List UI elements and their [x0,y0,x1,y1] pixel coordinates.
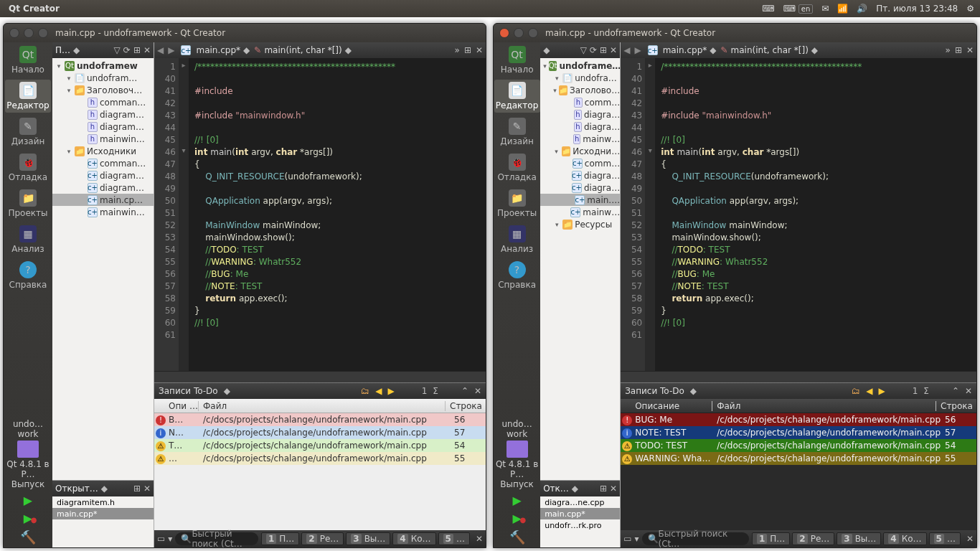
symbol-selector[interactable]: ✎main(int, char *[])◆ [721,45,819,55]
tree-item[interactable]: ▾📁Заголово… [540,84,620,96]
code-editor[interactable]: 1404142434445464748495051525354555657585… [621,58,976,371]
run-button[interactable]: ▶ [24,494,32,507]
open-docs-header[interactable]: Отк…◆ ⊞ ✕ [540,481,620,496]
tree-item[interactable]: c+main.… [540,194,620,206]
tree-item[interactable]: ▾📁Заголовоч… [52,84,154,96]
tree-item[interactable]: hdiagram… [52,108,154,121]
output-tab[interactable]: 1 П… [752,532,790,545]
output-tab[interactable]: 4 Ко… [883,532,926,545]
tree-item[interactable]: hmainwin… [52,133,154,145]
project-tree[interactable]: ▾Qtundoframew▾📄undofram…▾📁Заголовоч…hcom… [52,58,154,480]
tree-item[interactable]: c+main.cp… [52,194,154,206]
tree-item[interactable]: ▾📄undofram… [52,72,154,84]
split-icon[interactable]: ⊞ [600,484,607,494]
network-icon[interactable]: 📶 [837,4,848,14]
open-doc-item[interactable]: diagramitem.h [52,496,154,508]
nav-back-icon[interactable]: ◀ [623,45,630,55]
tree-item[interactable]: c+comman… [52,157,154,169]
output-tab[interactable]: 3 Вы… [346,532,390,545]
output-tab[interactable]: 3 Вы… [837,532,881,545]
tree-item[interactable]: hcomman… [52,96,154,108]
close-pane-icon[interactable]: ✕ [474,386,481,396]
mode-edit[interactable]: 📄Редактор [5,80,51,113]
col-file[interactable]: Файл [199,401,446,411]
sigma-icon[interactable]: Σ [923,386,929,396]
todo-row[interactable]: ⚠TODO: TEST/c/docs/projects/chalange/und… [621,439,976,452]
tree-item[interactable]: hdiagram… [52,121,154,133]
output-tab[interactable]: 1 П… [261,532,299,545]
minimize-pane-icon[interactable]: ⌃ [952,386,959,396]
tree-item[interactable]: hmainw… [540,133,620,145]
mode-debug[interactable]: 🐞Отладка [494,151,540,184]
mode-help[interactable]: ?Справка [5,259,51,292]
tree-item[interactable]: c+comm… [540,157,620,169]
run-button[interactable]: ▶ [512,494,521,507]
minimize-icon[interactable] [24,28,34,38]
filter-icon[interactable]: ▽ [114,45,121,55]
titlebar[interactable]: main.cpp - undoframework - Qt Creator [4,24,486,42]
open-doc-item[interactable]: undofr…rk.pro [540,519,620,531]
toggle-sidebar-icon[interactable]: ▭ [157,534,165,544]
output-tab[interactable]: 2 Ре… [301,532,344,545]
tree-item[interactable]: c+diagra… [540,182,620,194]
minimize-icon[interactable] [514,28,524,38]
target-selector[interactable]: undo…work Qt 4.8.1 в P… Выпуск [494,419,540,489]
build-hammer-icon[interactable]: 🔨 [509,529,525,545]
tree-item[interactable]: ▾📁Ресурсы [540,218,620,230]
project-tree[interactable]: ▾Qtundoframe…▾📄undofra…▾📁Заголово…hcomm…… [540,58,620,480]
split-editor-icon[interactable]: ⊞ [464,45,471,55]
open-doc-item[interactable]: main.cpp* [52,508,154,519]
tree-item[interactable]: hdiagra… [540,121,620,133]
open-docs-header[interactable]: Открыт…◆ ⊞ ✕ [52,481,154,496]
titlebar[interactable]: main.cpp - undoframework - Qt Creator [494,24,976,42]
mode-analyze[interactable]: ▦Анализ [5,223,51,256]
editor-h-scrollbar[interactable] [621,371,976,382]
sync-icon[interactable]: ⟳ [123,45,131,55]
col-description[interactable]: Опи … [154,401,199,411]
editor-h-scrollbar[interactable] [154,371,486,382]
nav-back-icon[interactable]: ◀ [157,45,164,55]
tray-icon[interactable]: ⌨ [762,4,774,14]
app-menu-title[interactable]: Qt Creator [9,4,60,14]
mode-design[interactable]: ✎Дизайн [494,116,540,149]
filter-scope-icon[interactable]: 🗂 [852,386,860,396]
close-pane-icon[interactable]: ✕ [610,484,617,494]
nav-fwd-icon[interactable]: ▶ [168,45,174,55]
project-pane-header[interactable]: П…◆ ▽ ⟳ ⊞ ✕ [52,42,154,58]
debug-run-button[interactable]: ▶● [512,512,521,525]
file-selector[interactable]: c+main.cpp*◆ [179,45,250,55]
split-editor-icon[interactable]: ⊞ [955,45,962,55]
settings-gear-icon[interactable]: ⚙ [966,4,974,14]
sound-icon[interactable]: 🔊 [857,4,867,14]
maximize-icon[interactable] [528,28,538,38]
tree-item[interactable]: ▾📁Исходники [52,145,154,157]
mode-design[interactable]: ✎Дизайн [5,116,51,149]
close-output-icon[interactable]: ✕ [966,534,974,544]
close-editor-icon[interactable]: ✕ [476,45,483,55]
close-pane-icon[interactable]: ✕ [610,45,617,55]
todo-row[interactable]: !B…/c/docs/projects/chalange/undoframewo… [154,413,486,426]
output-tab[interactable]: 4 Ко… [392,532,435,545]
tree-item[interactable]: c+diagra… [540,169,620,182]
tree-item[interactable]: ▾📁Исходни… [540,145,620,157]
col-file[interactable]: Файл [712,401,936,411]
project-pane-header[interactable]: ◆ ▽ ⟳ ⊞ ✕ [540,42,620,58]
mode-edit[interactable]: 📄Редактор [494,80,540,113]
filter-scope-icon[interactable]: 🗂 [361,386,369,396]
next-item-icon[interactable]: ▶ [387,386,394,396]
tree-item[interactable]: hdiagra… [540,108,620,121]
close-editor-icon[interactable]: ✕ [966,45,974,55]
mail-icon[interactable]: ✉ [821,4,829,14]
toggle-sidebar-icon[interactable]: ▭ [623,534,631,544]
tree-item[interactable]: hcomm… [540,96,620,108]
tree-item[interactable]: c+mainw… [540,206,620,218]
mode-help[interactable]: ?Справка [494,259,540,292]
tree-item[interactable]: ▾📄undofra… [540,72,620,84]
target-selector[interactable]: undo…work Qt 4.8.1 в P… Выпуск [4,419,52,489]
todo-row[interactable]: ⚠WARNING: What…/c/docs/projects/chalange… [621,452,976,465]
mode-welcome[interactable]: QtНачало [494,44,540,77]
debug-run-button[interactable]: ▶● [24,512,32,525]
todo-row[interactable]: iNOTE: TEST/c/docs/projects/chalange/und… [621,426,976,439]
todo-row[interactable]: ⚠…/c/docs/projects/chalange/undoframewor… [154,452,486,465]
sync-icon[interactable]: ⟳ [590,45,597,55]
